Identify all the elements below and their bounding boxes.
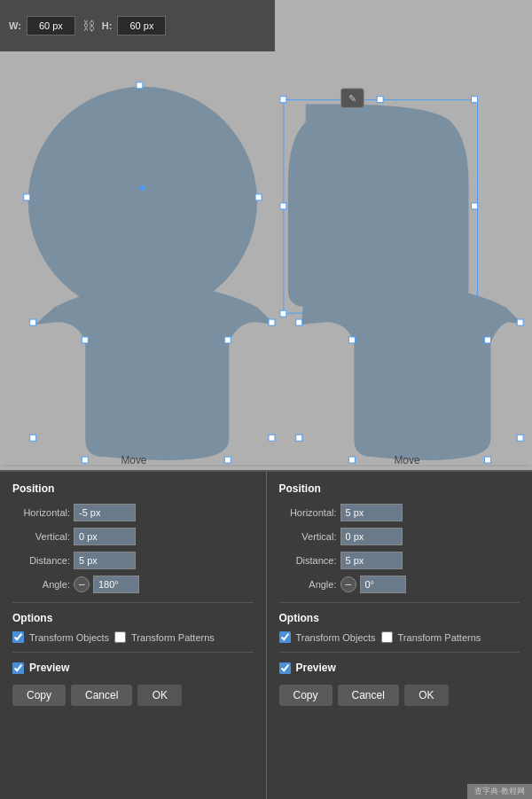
btn-row-left: Copy Cancel OK bbox=[12, 685, 254, 706]
svg-rect-23 bbox=[224, 457, 231, 463]
svg-rect-8 bbox=[377, 97, 383, 103]
watermark: 查字典·教程网 bbox=[467, 784, 532, 799]
shape-circle[interactable] bbox=[24, 82, 262, 316]
vertical-label-left: Vertical: bbox=[12, 531, 70, 542]
transform-objects-checkbox-left[interactable] bbox=[12, 631, 24, 643]
ok-button-left[interactable]: OK bbox=[137, 685, 182, 706]
vertical-label-right: Vertical: bbox=[279, 531, 337, 542]
shape-rounded-bottom-left[interactable] bbox=[30, 285, 275, 463]
svg-rect-30 bbox=[348, 457, 355, 463]
svg-rect-29 bbox=[296, 435, 302, 441]
angle-input-left[interactable] bbox=[93, 576, 139, 593]
horizontal-input-right[interactable] bbox=[340, 504, 403, 521]
width-input[interactable] bbox=[27, 16, 75, 35]
svg-rect-26 bbox=[348, 337, 355, 343]
preview-row-left: Preview bbox=[12, 662, 254, 674]
svg-text:Move: Move bbox=[121, 454, 146, 466]
horizontal-label-left: Horizontal: bbox=[12, 507, 70, 518]
svg-rect-22 bbox=[82, 457, 88, 463]
position-title-left: Position bbox=[12, 482, 254, 495]
vertical-row-right: Vertical: bbox=[279, 528, 520, 545]
angle-label-left: Angle: bbox=[12, 579, 70, 590]
svg-text:✎: ✎ bbox=[348, 93, 356, 104]
svg-rect-9 bbox=[472, 97, 478, 103]
cancel-button-left[interactable]: Cancel bbox=[71, 685, 132, 706]
horizontal-row-left: Horizontal: bbox=[12, 504, 254, 521]
width-label: W: bbox=[9, 20, 21, 31]
transform-objects-row-left: Transform Objects Transform Patterns bbox=[12, 631, 254, 643]
distance-label-right: Distance: bbox=[279, 555, 337, 566]
svg-rect-17 bbox=[30, 319, 36, 325]
angle-minus-btn-left[interactable]: − bbox=[74, 576, 90, 592]
position-title-right: Position bbox=[279, 482, 520, 495]
shape-rounded-rect-top[interactable]: ✎ bbox=[280, 89, 478, 317]
svg-rect-3 bbox=[255, 194, 262, 200]
transform-objects-label-left: Transform Objects bbox=[29, 632, 109, 643]
vertical-input-right[interactable] bbox=[340, 528, 403, 545]
transform-patterns-label-right: Transform Patterns bbox=[398, 632, 481, 643]
copy-button-left[interactable]: Copy bbox=[12, 685, 66, 706]
copy-button-right[interactable]: Copy bbox=[279, 685, 332, 706]
angle-label-right: Angle: bbox=[279, 579, 337, 590]
transform-objects-label-right: Transform Objects bbox=[296, 632, 376, 643]
transform-objects-row-right: Transform Objects Transform Patterns bbox=[279, 631, 520, 643]
dialog-right: Position Horizontal: Vertical: Distance:… bbox=[266, 470, 533, 799]
preview-checkbox-right[interactable] bbox=[279, 662, 291, 674]
angle-row-left: Angle: − bbox=[12, 576, 254, 593]
distance-row-left: Distance: bbox=[12, 552, 254, 569]
svg-rect-2 bbox=[24, 194, 30, 200]
vertical-input-left[interactable] bbox=[74, 528, 136, 545]
shape-rounded-bottom-right[interactable] bbox=[296, 285, 523, 463]
distance-input-left[interactable] bbox=[74, 552, 136, 569]
transform-patterns-label-left: Transform Patterns bbox=[131, 632, 215, 643]
svg-point-0 bbox=[28, 87, 257, 316]
dialog-left: Position Horizontal: Vertical: Distance:… bbox=[0, 470, 266, 799]
svg-rect-19 bbox=[224, 337, 231, 343]
svg-rect-7 bbox=[280, 97, 286, 103]
distance-input-right[interactable] bbox=[340, 552, 403, 569]
options-title-right: Options bbox=[279, 612, 520, 624]
horizontal-input-left[interactable] bbox=[74, 504, 136, 521]
horizontal-label-right: Horizontal: bbox=[279, 507, 337, 518]
svg-rect-21 bbox=[30, 435, 36, 441]
preview-label-right: Preview bbox=[296, 662, 336, 674]
svg-rect-28 bbox=[517, 319, 523, 325]
dialog-area: Position Horizontal: Vertical: Distance:… bbox=[0, 470, 532, 799]
svg-rect-10 bbox=[280, 203, 286, 209]
svg-rect-20 bbox=[269, 319, 275, 325]
svg-point-1 bbox=[140, 185, 145, 191]
transform-patterns-checkbox-left[interactable] bbox=[114, 631, 126, 643]
transform-objects-checkbox-right[interactable] bbox=[279, 631, 291, 643]
height-input[interactable] bbox=[117, 16, 166, 35]
ok-button-right[interactable]: OK bbox=[404, 685, 449, 706]
distance-label-left: Distance: bbox=[12, 555, 70, 566]
cancel-button-right[interactable]: Cancel bbox=[338, 685, 399, 706]
toolbar: W: ⛓ H: bbox=[0, 0, 275, 51]
svg-rect-4 bbox=[137, 82, 143, 89]
preview-label-left: Preview bbox=[29, 662, 69, 674]
svg-rect-18 bbox=[82, 337, 88, 343]
canvas-area: ✎ Move Move bbox=[0, 51, 532, 470]
svg-rect-25 bbox=[296, 319, 302, 325]
btn-row-right: Copy Cancel OK bbox=[279, 685, 520, 706]
link-icon[interactable]: ⛓ bbox=[81, 18, 97, 34]
svg-rect-24 bbox=[269, 435, 275, 441]
vertical-row-left: Vertical: bbox=[12, 528, 254, 545]
svg-rect-31 bbox=[484, 457, 490, 463]
horizontal-row-right: Horizontal: bbox=[279, 504, 520, 521]
svg-rect-12 bbox=[280, 310, 286, 317]
svg-rect-32 bbox=[517, 435, 523, 441]
distance-row-right: Distance: bbox=[279, 552, 520, 569]
angle-minus-btn-right[interactable]: − bbox=[340, 576, 356, 592]
preview-row-right: Preview bbox=[279, 662, 520, 674]
options-title-left: Options bbox=[12, 612, 254, 624]
svg-rect-11 bbox=[472, 203, 478, 209]
angle-input-right[interactable] bbox=[360, 576, 406, 593]
transform-patterns-checkbox-right[interactable] bbox=[381, 631, 393, 643]
height-label: H: bbox=[102, 20, 113, 31]
preview-checkbox-left[interactable] bbox=[12, 662, 24, 674]
svg-rect-27 bbox=[484, 337, 490, 343]
angle-row-right: Angle: − bbox=[279, 576, 520, 593]
svg-text:Move: Move bbox=[394, 454, 419, 466]
